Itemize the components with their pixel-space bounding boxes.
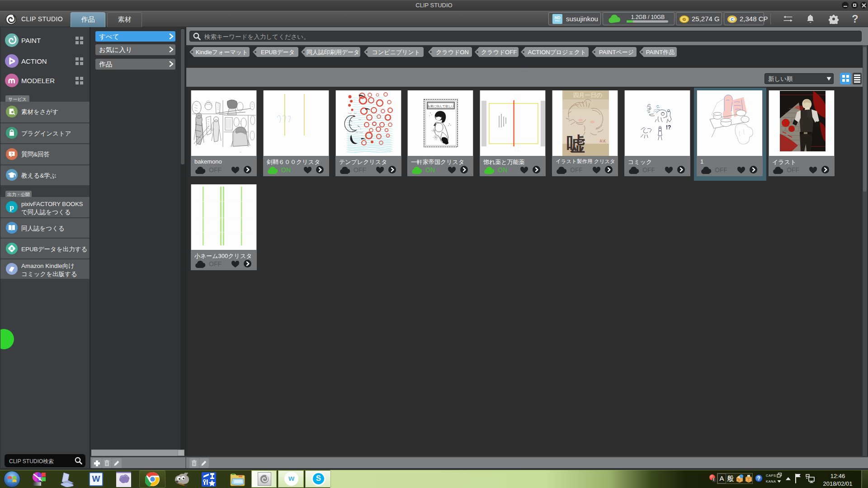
svg-text:四月一日の: 四月一日の [573,92,602,99]
svg-text:G: G [683,17,686,22]
svg-text:嘘: 嘘 [566,134,585,155]
svg-text:お家に住んで欲しい: お家に住んで欲しい [427,104,454,108]
svg-text:C: C [731,17,734,22]
svg-text:?: ? [10,151,13,156]
svg-text:!?: !? [666,124,671,131]
svg-text:P: P [38,476,41,481]
svg-text:p: p [9,203,14,211]
svg-text:H.K.: H.K. [599,139,606,143]
